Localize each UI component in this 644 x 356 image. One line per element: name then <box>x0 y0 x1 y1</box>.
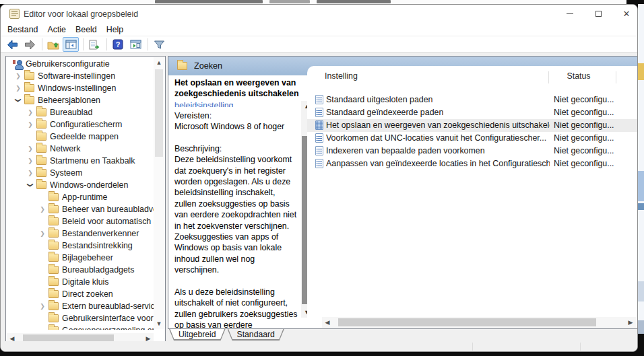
tree-item[interactable]: ❯ Windows-instellingen <box>7 82 154 94</box>
toolbar-separator <box>148 38 148 50</box>
description-paragraph-1: Deze beleidsinstelling voorkomt dat zoek… <box>174 154 299 275</box>
chevron-icon[interactable]: ❯ <box>36 230 49 237</box>
filter-button[interactable] <box>151 37 167 52</box>
tree-item[interactable]: ❯ Gebruikersinterface voor re <box>7 312 154 324</box>
forward-button[interactable] <box>22 37 38 52</box>
forward-icon <box>24 40 36 50</box>
minimize-button[interactable] <box>558 5 581 22</box>
setting-row[interactable]: Het opslaan en weergeven van zoekgeschie… <box>307 119 637 132</box>
selected-setting-title: Het opslaan en weergeven van zoekgeschie… <box>174 77 308 99</box>
column-header-status[interactable]: Status <box>555 71 602 81</box>
folder-icon <box>24 84 34 92</box>
view-tab-inner: Uitgebreid <box>169 329 226 340</box>
column-separator[interactable] <box>548 71 549 83</box>
tree-item-label: Bestandsintrekking <box>62 241 133 250</box>
edit-policy-link-clip: beleidsinstelling <box>174 99 302 107</box>
view-tab[interactable]: Uitgebreid <box>169 329 226 341</box>
tree-item[interactable]: ❯ Bureaublad <box>7 106 154 118</box>
tree-item-label: Netwerk <box>50 144 80 153</box>
chevron-icon[interactable]: ❯ <box>12 85 24 92</box>
tree-item[interactable]: ❯ Systeem <box>7 167 154 179</box>
tree-item[interactable]: ❯ App-runtime <box>7 191 154 203</box>
tree-item[interactable]: ❯ Bijlagebeheer <box>7 252 154 264</box>
setting-row[interactable]: Indexeren van bepaalde paden voorkomen N… <box>307 145 637 157</box>
show-console-tree-button[interactable] <box>63 37 79 52</box>
menu-bar: BestandActieBeeldHelp <box>1 23 637 36</box>
tree-item[interactable]: ❯ Extern bureaublad-services <box>7 300 154 312</box>
setting-row[interactable]: Standaard geïndexeerde paden Niet geconf… <box>307 106 637 119</box>
tree-item[interactable]: ❯ Windows-onderdelen <box>7 179 154 191</box>
status-bar-separator <box>580 343 581 351</box>
setting-row[interactable]: Aanpassen van geïndexeerde locaties in h… <box>307 157 637 170</box>
tree-item[interactable]: ❯ Gegevensverzameling en pre <box>7 324 154 330</box>
tree-item[interactable]: ❯ Startmenu en Taakbalk <box>7 155 154 167</box>
chevron-icon[interactable]: ❯ <box>36 303 49 310</box>
scroll-up-arrow-icon[interactable]: ▲ <box>154 57 164 68</box>
requirements-block: Vereisten: Microsoft Windows 8 of hoger <box>174 110 299 133</box>
show-extended-pane-button[interactable] <box>127 37 143 52</box>
policy-setting-icon <box>315 108 323 117</box>
tree-item[interactable]: ❯ Beheersjablonen <box>7 94 154 106</box>
status-bar <box>1 341 637 352</box>
menu-item[interactable]: Beeld <box>75 25 97 34</box>
chevron-icon[interactable]: ❯ <box>24 121 36 128</box>
export-list-button[interactable] <box>86 37 102 52</box>
tree-item[interactable]: ❯ Bestandsintrekking <box>7 240 154 252</box>
tree-item-label: Beheer van bureaubladvens <box>62 205 154 214</box>
edit-policy-link[interactable]: beleidsinstelling <box>174 101 233 107</box>
setting-name: Standaard geïndexeerde paden <box>326 108 443 117</box>
tree-item[interactable]: ❯ Bestandenverkenner <box>7 227 154 240</box>
tree-item[interactable]: ❯ Beleid voor automatisch afs <box>7 215 154 227</box>
list-header: Instelling Status <box>307 69 637 85</box>
view-tab[interactable]: Standaard <box>228 329 284 341</box>
chevron-icon[interactable]: ❯ <box>24 109 36 116</box>
description-paragraph-2: Als u deze beleidsinstelling uitschakelt… <box>174 287 299 329</box>
toolbar-separator <box>83 38 84 50</box>
menu-item[interactable]: Help <box>106 25 123 34</box>
list-horizontal-scroll-thumb[interactable] <box>338 318 596 326</box>
minimize-icon <box>567 13 573 14</box>
tree-item[interactable]: ❯ Configuratiescherm <box>7 118 154 131</box>
column-header-instelling[interactable]: Instelling <box>325 71 358 81</box>
chevron-icon[interactable]: ❯ <box>24 170 36 176</box>
tree-item[interactable]: ❯ Gedeelde mappen <box>7 131 154 143</box>
toolbar: ? <box>1 36 637 53</box>
title-bar: Editor voor lokaal groepsbeleid ✕ <box>1 5 637 23</box>
tree-vertical-scrollbar[interactable]: ▲ ▼ <box>154 57 164 329</box>
close-button[interactable]: ✕ <box>615 5 638 22</box>
scroll-left-arrow-icon[interactable]: ◀ <box>322 317 333 328</box>
tree-item[interactable]: ❯ Bureaubladgadgets <box>7 264 154 276</box>
tree-item[interactable]: ❯ Netwerk <box>7 143 154 155</box>
menu-item[interactable]: Bestand <box>7 25 38 34</box>
list-horizontal-scrollbar[interactable]: ◀ ▶ <box>322 317 636 328</box>
tree-item[interactable]: ❯ Gebruikersconfiguratie <box>7 58 154 70</box>
scroll-down-arrow-icon[interactable]: ▼ <box>154 318 164 329</box>
tree-item[interactable]: ❯ Software-instellingen <box>7 70 154 82</box>
tree-item[interactable]: ❯ Beheer van bureaubladvens <box>7 203 154 215</box>
scroll-right-arrow-icon[interactable]: ▶ <box>625 317 636 328</box>
tree-item-label: Software-instellingen <box>38 71 115 81</box>
chevron-icon[interactable]: ❯ <box>15 94 22 106</box>
background-window-fragment <box>638 203 644 210</box>
up-one-level-button[interactable] <box>45 37 61 52</box>
background-window-fragment <box>317 0 391 3</box>
column-separator[interactable] <box>616 71 616 83</box>
maximize-button[interactable] <box>587 5 610 22</box>
setting-status: Niet geconfigu... <box>554 146 614 155</box>
chevron-icon[interactable]: ❯ <box>24 145 36 152</box>
folder-icon <box>49 242 59 250</box>
help-button[interactable]: ? <box>110 37 126 52</box>
tree-item[interactable]: ❯ Direct zoeken <box>7 288 154 300</box>
tree-item-label: Configuratiescherm <box>50 120 122 129</box>
setting-row[interactable]: Voorkomen dat UNC-locaties vanuit het Co… <box>307 132 637 145</box>
chevron-icon[interactable]: ❯ <box>27 179 34 191</box>
tree-item[interactable]: ❯ Digitale kluis <box>7 276 154 288</box>
chevron-icon[interactable]: ❯ <box>12 73 24 79</box>
chevron-icon[interactable]: ❯ <box>36 206 49 213</box>
background-window-fragment <box>638 281 644 301</box>
menu-item[interactable]: Actie <box>47 25 66 34</box>
setting-row[interactable]: Standaard uitgesloten paden Niet geconfi… <box>307 94 637 106</box>
back-button[interactable] <box>4 37 20 52</box>
tree-vertical-scroll-thumb[interactable] <box>155 69 163 157</box>
chevron-icon[interactable]: ❯ <box>24 157 36 164</box>
